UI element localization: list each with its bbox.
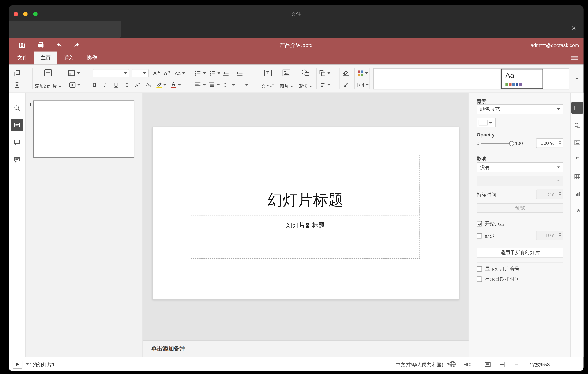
clear-style-button[interactable] (341, 69, 351, 78)
slide-thumbnail-1[interactable] (33, 100, 135, 158)
slide-layout-button[interactable] (66, 69, 82, 78)
comments-panel-button[interactable] (11, 136, 23, 148)
italic-button[interactable]: I (100, 80, 110, 89)
slide-settings-tab[interactable] (571, 102, 583, 114)
decrease-indent-button[interactable] (221, 69, 231, 78)
theme-thumbnail[interactable] (458, 69, 501, 89)
strikeout-button[interactable]: S (122, 80, 132, 89)
add-slide-button[interactable]: 添加幻灯片 (36, 67, 60, 90)
undo-button[interactable] (54, 40, 64, 50)
show-date-time-checkbox[interactable]: 显示日期和时间 (476, 276, 519, 283)
table-settings-tab[interactable] (571, 171, 583, 183)
spinner-arrows-icon[interactable] (559, 140, 561, 144)
checkbox-unchecked-icon[interactable] (476, 276, 482, 282)
align-shape-button[interactable] (318, 80, 332, 89)
shrink-font-button[interactable]: A (162, 69, 172, 78)
bold-button[interactable]: B (89, 80, 99, 89)
fill-type-select[interactable]: 颜色填充 (476, 104, 563, 114)
slide-size-button[interactable] (357, 80, 369, 89)
redo-button[interactable] (71, 40, 82, 50)
opacity-spinner[interactable]: 100 % (536, 138, 563, 148)
textart-settings-tab[interactable]: Ta (571, 204, 583, 216)
slides-panel-button[interactable] (11, 119, 23, 131)
change-case-button[interactable]: Aa (173, 69, 187, 78)
notes-area[interactable]: 单击添加备注 (143, 340, 469, 357)
show-slide-number-checkbox[interactable]: 显示幻灯片编号 (476, 265, 519, 273)
superscript-button[interactable]: A2 (133, 80, 143, 89)
print-icon (37, 42, 44, 49)
apply-to-all-slides-button[interactable]: 适用于所有幻灯片 (476, 248, 563, 257)
zoom-in-button[interactable]: + (560, 360, 570, 369)
chevron-down-icon[interactable] (26, 363, 29, 365)
slide-1[interactable]: 幻灯片标题 幻灯片副标题 (153, 127, 459, 299)
copy-button[interactable] (12, 69, 22, 78)
subscript-button[interactable]: A2 (144, 80, 154, 89)
chevron-down-icon (203, 84, 206, 86)
insert-textbox-button[interactable]: 文本框 (259, 67, 277, 90)
image-settings-tab[interactable] (571, 136, 583, 148)
search-panel-button[interactable] (11, 102, 23, 114)
theme-thumbnail[interactable] (374, 69, 416, 89)
delay-checkbox[interactable]: 延迟 (476, 232, 495, 239)
arrow-down-icon (168, 71, 170, 72)
line-spacing-button[interactable] (222, 80, 236, 89)
chevron-down-icon (217, 72, 220, 74)
shape-settings-tab[interactable] (571, 120, 583, 131)
fit-width-button[interactable] (497, 360, 506, 369)
zoom-level-label[interactable]: 缩放%53 (523, 362, 557, 368)
numbering-button[interactable] (208, 69, 222, 78)
font-name-combo[interactable] (93, 69, 129, 77)
fill-color-picker[interactable] (476, 118, 495, 127)
tab-insert[interactable]: 插入 (57, 52, 80, 65)
font-size-combo[interactable] (132, 69, 148, 77)
bullets-button[interactable] (193, 69, 207, 78)
color-scheme-button[interactable] (357, 69, 369, 78)
feedback-panel-button[interactable] (11, 154, 23, 166)
slide-size-icon (357, 82, 364, 88)
start-on-click-checkbox[interactable]: 开始点击 (476, 220, 504, 227)
highlight-color-button[interactable] (155, 80, 168, 89)
theme-gallery-expand-button[interactable] (573, 74, 581, 83)
start-slideshow-button[interactable] (67, 80, 82, 89)
subtitle-placeholder[interactable]: 幻灯片副标题 (191, 217, 420, 259)
checkbox-unchecked-icon[interactable] (476, 266, 482, 272)
checkbox-unchecked-icon[interactable] (476, 233, 482, 239)
language-selector[interactable]: 中文(中华人民共和国) (390, 362, 443, 368)
tab-home[interactable]: 主页 (34, 52, 57, 65)
theme-thumbnail[interactable] (543, 69, 569, 89)
effect-select[interactable]: 没有 (476, 162, 563, 172)
grow-font-button[interactable]: A (151, 69, 162, 78)
chevron-down-icon (309, 86, 312, 87)
start-preview-button[interactable] (12, 360, 22, 369)
color-scheme-icon (358, 70, 364, 76)
arrange-shape-button[interactable] (318, 69, 332, 78)
menu-button[interactable] (571, 56, 578, 60)
font-color-button[interactable]: A (169, 80, 182, 89)
insert-image-button[interactable]: 图片 (278, 67, 295, 90)
opacity-slider[interactable] (481, 143, 513, 144)
insert-shape-button[interactable]: 形状 (297, 67, 314, 90)
fit-slide-button[interactable] (483, 360, 493, 369)
horizontal-align-button[interactable] (193, 80, 207, 89)
zoom-out-button[interactable]: − (511, 360, 521, 369)
columns-button[interactable] (236, 80, 249, 89)
title-placeholder[interactable]: 幻灯片标题 (191, 155, 420, 215)
theme-thumbnail[interactable] (416, 69, 458, 89)
vertical-align-button[interactable] (207, 80, 221, 89)
save-button[interactable] (17, 40, 27, 50)
spellcheck-button[interactable]: ABC (462, 360, 473, 369)
copy-style-button[interactable] (341, 80, 351, 89)
checkbox-checked-icon[interactable] (476, 221, 482, 227)
tab-file[interactable]: 文件 (11, 52, 34, 65)
increase-indent-button[interactable] (235, 69, 245, 78)
tab-collaboration[interactable]: 协作 (80, 52, 104, 65)
print-button[interactable] (35, 40, 46, 50)
paste-button[interactable] (12, 80, 22, 89)
chart-settings-tab[interactable] (571, 188, 583, 199)
close-button[interactable]: × (569, 24, 579, 33)
underline-button[interactable]: U (111, 80, 121, 89)
paragraph-settings-tab[interactable]: ¶ (571, 154, 583, 165)
theme-thumbnail-selected[interactable]: Aa (501, 69, 543, 89)
opacity-slider-knob[interactable] (509, 141, 514, 146)
set-language-button[interactable] (448, 360, 457, 369)
